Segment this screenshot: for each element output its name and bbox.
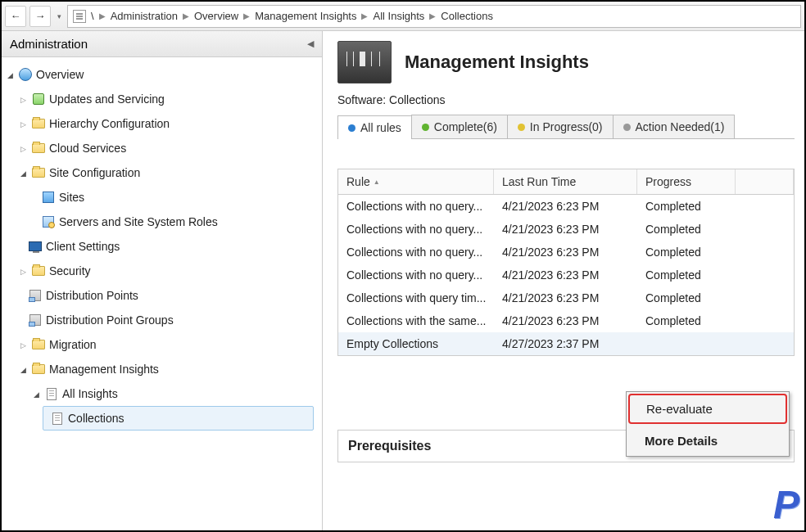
cell-empty [736,290,794,306]
chevron-right-icon: ▶ [183,11,189,20]
tree-node-allinsights[interactable]: All Insights [2,381,322,406]
tree-node-servers[interactable]: Servers and Site System Roles [2,210,322,234]
page-title: Management Insights [405,52,589,73]
grid-body: Collections with no query...4/21/2023 6:… [338,195,794,355]
expand-toggle[interactable] [5,70,15,79]
menu-label: Re-evaluate [646,402,713,416]
tree-node-dpg[interactable]: Distribution Point Groups [2,308,322,332]
table-row[interactable]: Collections with no query...4/21/2023 6:… [338,195,794,218]
tree-node-sites[interactable]: Sites [2,185,322,210]
tab-complete[interactable]: Complete(6) [411,115,508,138]
cell-progress: Completed [637,313,736,329]
column-header-empty[interactable] [736,169,794,194]
column-label: Progress [645,175,691,188]
breadcrumb-segment[interactable]: All Insights [373,10,424,22]
breadcrumb-segment[interactable]: \ [91,10,94,22]
grid-header: Rule ▲ Last Run Time Progress [338,169,794,195]
breadcrumb-segment[interactable]: Administration [111,10,178,22]
tree-node-hierarchy[interactable]: Hierarchy Configuration [2,111,322,136]
expand-toggle[interactable] [18,119,28,128]
cell-time: 4/21/2023 6:23 PM [494,290,637,306]
tree-node-dp[interactable]: Distribution Points [2,283,322,308]
tree-node-siteconf[interactable]: Site Configuration [2,160,322,185]
breadcrumb-segment[interactable]: Overview [194,10,238,22]
table-row[interactable]: Collections with the same...4/21/2023 6:… [338,309,794,332]
tree-label: Distribution Points [46,289,138,302]
tree-node-updates[interactable]: Updates and Servicing [2,87,322,111]
folder-icon [31,116,46,131]
column-header-progress[interactable]: Progress [637,169,736,194]
tree-node-mi[interactable]: Management Insights [2,357,322,381]
status-dot-icon [518,124,525,131]
expand-toggle[interactable] [18,144,28,153]
cell-progress: Completed [637,267,736,283]
status-dot-icon [348,124,355,132]
folder-icon [31,362,46,376]
column-header-time[interactable]: Last Run Time [494,169,637,194]
tab-all-rules[interactable]: All rules [337,115,412,139]
distribution-point-icon [28,288,43,303]
table-row[interactable]: Collections with no query...4/21/2023 6:… [338,218,794,241]
cell-rule: Collections with query tim... [338,290,494,306]
cell-progress: Completed [637,221,736,237]
sidebar-title: Administration [10,37,88,51]
tree-node-overview[interactable]: Overview [2,62,322,87]
tree-label: Migration [49,338,97,351]
column-header-rule[interactable]: Rule ▲ [338,169,494,194]
chevron-right-icon: ▶ [243,11,250,20]
watermark-logo: P [773,482,799,527]
menu-item-reevaluate[interactable]: Re-evaluate [628,394,787,424]
expand-toggle[interactable] [18,95,28,104]
back-button[interactable]: ← [5,6,26,27]
cell-empty [736,313,794,329]
tree-label: Cloud Services [49,142,126,155]
tab-action-needed[interactable]: Action Needed(1) [613,115,736,138]
cell-progress: Completed [637,244,736,260]
cell-progress: Completed [637,198,736,214]
status-dot-icon [623,124,631,131]
expand-toggle[interactable] [18,169,28,178]
tree-label: Security [49,264,91,277]
folder-icon [31,264,46,278]
column-label: Last Run Time [502,175,576,188]
tree-node-cloud[interactable]: Cloud Services [2,136,322,160]
sites-icon [41,190,56,205]
collapse-icon[interactable]: ◀ [307,38,314,49]
tree-node-collections[interactable]: Collections [43,406,314,431]
cell-rule: Collections with no query... [338,198,494,214]
expand-toggle[interactable] [18,267,28,276]
folder-icon [31,337,46,352]
table-row[interactable]: Empty Collections4/27/2023 2:37 PM [338,332,794,355]
tree-label: Distribution Point Groups [46,313,174,327]
cell-time: 4/21/2023 6:23 PM [494,221,637,237]
menu-label: More Details [645,434,718,448]
chevron-right-icon: ▶ [429,11,436,20]
tab-in-progress[interactable]: In Progress(0) [507,115,614,138]
expand-toggle[interactable] [31,390,41,399]
cell-time: 4/21/2023 6:23 PM [494,198,637,214]
cell-empty [736,198,794,214]
overview-icon [18,67,33,82]
tab-label: All rules [360,121,401,134]
expand-toggle[interactable] [18,365,28,374]
breadcrumb-segment[interactable]: Management Insights [255,10,356,22]
tree-node-migration[interactable]: Migration [2,332,322,357]
table-row[interactable]: Collections with query tim...4/21/2023 6… [338,286,794,309]
updates-icon [31,92,46,106]
page-header: Management Insights [337,41,795,83]
tree-node-client[interactable]: Client Settings [2,234,322,259]
table-row[interactable]: Collections with no query...4/21/2023 6:… [338,264,794,286]
tree-node-security[interactable]: Security [2,259,322,283]
navigation-sidebar: Administration ◀ Overview Updates and Se… [2,31,323,530]
table-row[interactable]: Collections with no query...4/21/2023 6:… [338,241,794,264]
history-dropdown[interactable]: ▾ [54,12,64,20]
breadcrumb[interactable]: \ ▶ Administration ▶ Overview ▶ Manageme… [67,5,801,28]
expand-toggle[interactable] [18,340,28,349]
document-icon [44,386,59,401]
cell-rule: Empty Collections [338,336,494,352]
document-icon [50,411,65,426]
menu-item-more-details[interactable]: More Details [627,426,789,456]
forward-button[interactable]: → [29,6,51,27]
breadcrumb-segment[interactable]: Collections [441,10,493,22]
rules-grid: Rule ▲ Last Run Time Progress Collection… [337,169,795,356]
